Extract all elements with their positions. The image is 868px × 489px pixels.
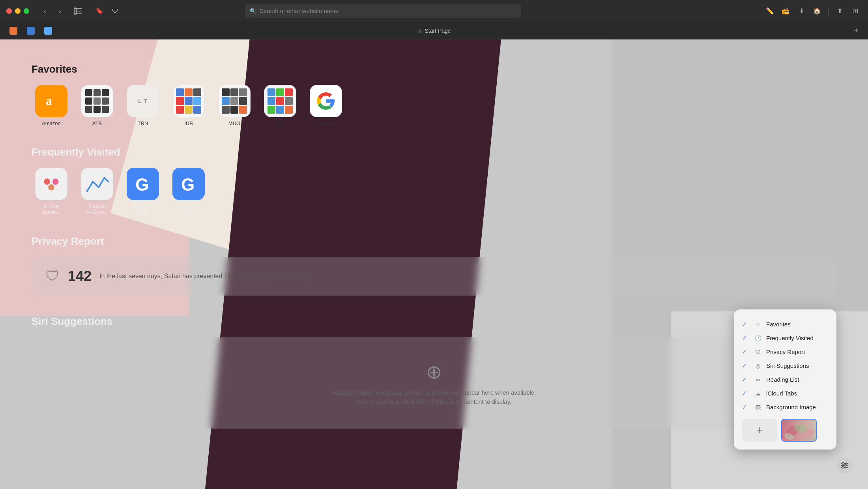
new-tab-button[interactable]: + — [851, 25, 862, 36]
svg-point-22 — [845, 465, 847, 467]
siri-card: ⊕ Websites found in Messages, Mail, and … — [32, 337, 836, 429]
fav-idb-label: IDB — [184, 120, 193, 126]
fav-trn-label: TRN — [138, 120, 148, 126]
star-icon: ☆ — [417, 28, 422, 34]
forward-button[interactable]: › — [54, 6, 66, 17]
fav-google[interactable]: Google — [306, 85, 346, 126]
privacy-report-title: Privacy Report — [32, 235, 836, 247]
bg-check-icon: ✓ — [742, 403, 750, 411]
customize-icloud-label: iCloud Tabs — [766, 390, 797, 397]
search-bar[interactable]: 🔍 Search or enter website name — [245, 4, 521, 18]
fav-seo[interactable]: SEO — [260, 85, 300, 126]
right-toolbar: ✏️ 📻 ⬇ 🏠 ⬆ ⊞ — [763, 5, 862, 17]
freq-gpitch[interactable]: G UpdatePitches... — [169, 168, 208, 215]
customize-button[interactable] — [836, 457, 852, 473]
customize-frequently-visited[interactable]: ✓ 🕐 Frequently Visited — [742, 331, 829, 345]
fav-amazon-icon: a — [35, 85, 67, 117]
bg-thumb-selected[interactable] — [781, 419, 817, 442]
fav-atb-icon — [81, 85, 113, 117]
radio-icon[interactable]: 📻 — [779, 5, 792, 17]
download-icon[interactable]: ⬇ — [795, 5, 808, 17]
tabs-icon[interactable]: ⊞ — [849, 5, 862, 17]
search-placeholder: Search or enter website name — [260, 7, 339, 14]
edit-icon[interactable]: ✏️ — [763, 5, 776, 17]
search-icon: 🔍 — [250, 8, 256, 14]
maximize-button[interactable] — [24, 8, 29, 14]
shield-icon[interactable]: 🛡 — [109, 5, 122, 17]
freq-gdrive-icon: G — [127, 168, 159, 200]
customize-bg-label: Background Image — [766, 404, 816, 410]
home-icon[interactable]: 🏠 — [811, 5, 823, 17]
fav-idb[interactable]: IDB — [169, 85, 208, 126]
bookmark-icon[interactable]: 🔖 — [93, 5, 106, 17]
svg-point-23 — [842, 467, 844, 468]
customize-privacy-label: Privacy Report — [766, 348, 805, 355]
fav-amazon-label: Amazon — [42, 120, 61, 126]
freq-si[interactable]: SI: MayUpdate... — [32, 168, 71, 215]
customize-reading-list[interactable]: ✓ ∞ Reading List — [742, 373, 829, 386]
fav-muo-icon — [218, 85, 251, 117]
svg-text:a: a — [46, 94, 52, 108]
svg-point-7 — [52, 178, 59, 185]
toolbar-icons: 🔖 🛡 — [93, 5, 122, 17]
privacy-card: 🛡 142 In the last seven days, Safari has… — [32, 257, 836, 296]
tab-2[interactable] — [24, 25, 38, 36]
fav-atb-label: ATB — [92, 120, 102, 126]
siri-suggestions-title: Siri Suggestions — [32, 315, 836, 328]
customize-background-image[interactable]: ✓ 🖼 Background Image — [742, 400, 829, 414]
siri-check-icon: ✓ — [742, 362, 750, 369]
svg-rect-1 — [74, 11, 82, 11]
fav-seo-icon — [264, 85, 296, 117]
fav-google-label: Google — [318, 120, 334, 126]
privacy-count: 142 — [68, 268, 92, 285]
reading-list-icon: ∞ — [754, 377, 761, 383]
bg-image-row: + — [742, 419, 829, 442]
add-bg-button[interactable]: + — [742, 419, 777, 442]
freq-gpitch-icon: G — [172, 168, 205, 200]
fav-idb-icon — [172, 85, 205, 117]
siri-suggestions-section: Siri Suggestions ⊕ Websites found in Mes… — [32, 315, 836, 429]
svg-point-21 — [842, 463, 844, 465]
back-button[interactable]: ‹ — [39, 6, 51, 17]
freq-grid: SI: MayUpdate... Serpstat— Grow... — [32, 168, 836, 215]
favorites-title: Favorites — [32, 63, 836, 75]
add-bg-icon: + — [756, 424, 763, 437]
svg-text:G: G — [135, 175, 149, 194]
customize-privacy-report[interactable]: ✓ 🛡 Privacy Report — [742, 345, 829, 359]
tab-1[interactable] — [6, 25, 21, 36]
freq-gdrive[interactable]: G My Drive- Googl... — [123, 168, 163, 215]
fav-trn[interactable]: L T TRN — [123, 85, 163, 126]
reading-check-icon: ✓ — [742, 376, 750, 383]
icloud-check-icon: ✓ — [742, 390, 750, 397]
start-page-indicator: ☆ Start Page — [417, 28, 451, 34]
privacy-report-section: Privacy Report 🛡 142 In the last seven d… — [32, 235, 836, 296]
sidebar-toggle-button[interactable] — [71, 6, 85, 17]
freq-visited-check-icon: ✓ — [742, 334, 750, 342]
svg-point-8 — [48, 184, 54, 191]
privacy-message: In the last seven days, Safari has preve… — [99, 273, 311, 280]
freq-gpitch-label: UpdatePitches... — [179, 203, 198, 215]
svg-rect-9 — [81, 168, 113, 200]
customize-favorites[interactable]: ✓ ☆ Favorites — [742, 317, 829, 331]
customize-panel: ✓ ☆ Favorites ✓ 🕐 Frequently Visited ✓ 🛡… — [734, 309, 836, 450]
svg-text:G: G — [181, 175, 195, 194]
share-icon[interactable]: ⬆ — [833, 5, 846, 17]
siri-message: Websites found in Messages, Mail, and mo… — [332, 389, 536, 405]
fav-google-icon — [310, 85, 342, 117]
freq-gdrive-label: My Drive- Googl... — [133, 203, 152, 215]
fav-muo[interactable]: MUO — [215, 85, 254, 126]
titlebar: ‹ › 🔖 🛡 🔍 Search or enter website name ✏… — [0, 0, 868, 22]
freq-serpstat[interactable]: Serpstat— Grow... — [77, 168, 117, 215]
close-button[interactable] — [6, 8, 12, 14]
minimize-button[interactable] — [15, 8, 21, 14]
fav-seo-label: SEO — [275, 120, 285, 126]
freq-si-label: SI: MayUpdate... — [42, 203, 61, 215]
favorites-check-icon: ✓ — [742, 320, 750, 328]
customize-icloud-tabs[interactable]: ✓ ☁ iCloud Tabs — [742, 386, 829, 400]
tab-3[interactable] — [41, 25, 55, 36]
freq-visited-clock-icon: 🕐 — [754, 335, 761, 341]
fav-amazon[interactable]: a Amazon — [32, 85, 71, 126]
siri-icon: ◎ — [754, 363, 761, 369]
fav-atb[interactable]: ATB — [77, 85, 117, 126]
customize-siri-suggestions[interactable]: ✓ ◎ Siri Suggestions — [742, 359, 829, 373]
